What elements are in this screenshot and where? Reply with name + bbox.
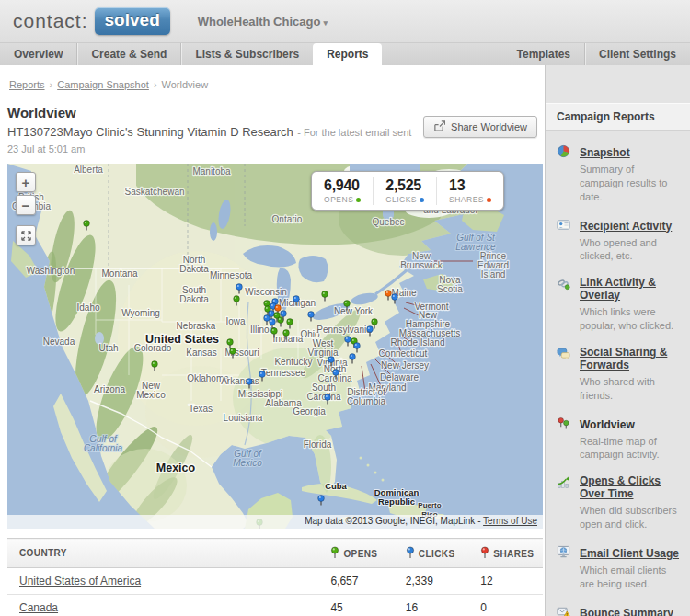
nav-tab-overview[interactable]: Overview [0, 43, 76, 65]
app-logo: contact: solved [13, 7, 170, 35]
map-label-arkansas: Arkansas [221, 376, 259, 386]
map-label-wisconsin: Wisconsin [245, 287, 287, 297]
page-subtitle: HT130723Mayo Clinic's Stunning Vitamin D… [7, 123, 423, 156]
map-label-new-jersey: New Jersey [381, 360, 429, 371]
sidebar-item-social-sharing-forwards[interactable]: Social Sharing & Forwards Who shared wit… [557, 346, 681, 403]
sidebar-item-description: Summary of campaign results to date. [580, 163, 681, 204]
monitor-globe-icon [557, 544, 571, 591]
map-controls: + − [16, 172, 36, 248]
breadcrumb-campaign-snapshot[interactable]: Campaign Snapshot [57, 79, 149, 90]
pin-icon [330, 546, 339, 560]
worldview-map[interactable]: AlbertaBritishColumbiaSaskatchewanManito… [7, 164, 543, 529]
map-zoom-out-button[interactable]: − [16, 195, 36, 215]
map-label-utah: Utah [98, 343, 118, 353]
sidebar-link-opens-clicks-over-time[interactable]: Opens & Clicks Over Time [580, 474, 681, 500]
sidebar-link-snapshot[interactable]: Snapshot [580, 146, 630, 159]
nav-item-templates[interactable]: Templates [503, 43, 584, 65]
map-label-louisiana: Louisiana [224, 413, 263, 423]
stat-opens: 6,940 OPENS [312, 177, 373, 205]
map-canvas[interactable]: AlbertaBritishColumbiaSaskatchewanManito… [7, 164, 543, 529]
app-window: contact: solved WholeHealth Chicago▾ Ove… [0, 0, 690, 616]
envelope-warning-icon [557, 604, 571, 616]
sidebar-link-email-client-usage[interactable]: Email Client Usage [580, 547, 679, 560]
shares-cell: 0 [473, 595, 543, 616]
stat-clicks: 2,525 CLICKS [373, 177, 436, 205]
map-label-texas: Texas [189, 404, 213, 414]
map-label-nova-scotia: NovaScotia [437, 275, 463, 294]
map-label-washington: Washington [27, 266, 75, 276]
map-label-district-of-columbia: District ofColumbia [347, 387, 386, 406]
map-label-nevada: Nevada [43, 337, 75, 347]
sidebar-items: Snapshot Summary of campaign results to … [546, 131, 690, 616]
stat-value: 2,525 [385, 177, 424, 194]
table-body: United States of America 6,657 2,339 12C… [7, 568, 543, 616]
stat-label: SHARES [449, 195, 491, 204]
country-link[interactable]: United States of America [19, 575, 141, 587]
sidebar-item-worldview: Worldview Real-time map of campaign acti… [557, 416, 681, 462]
sidebar-item-snapshot[interactable]: Snapshot Summary of campaign results to … [557, 143, 681, 204]
terms-of-use-link[interactable]: Terms of Use [483, 516, 537, 526]
map-zoom-in-button[interactable]: + [16, 172, 36, 192]
map-label-north-dakota: NorthDakota [179, 255, 209, 274]
map-label-mexico: Mexico [156, 462, 196, 474]
nav-tab-create-send[interactable]: Create & Send [76, 43, 180, 65]
opens-cell: 6,657 [323, 568, 397, 595]
sidebar-link-worldview: Worldview [580, 418, 635, 431]
sidebar-link-bounce-summary[interactable]: Bounce Summary [580, 607, 673, 616]
map-label-united-states: United States [145, 333, 219, 346]
sidebar-item-description: Which email clients are being used. [580, 564, 681, 591]
map-label-manitoba: Manitoba [192, 166, 231, 177]
sidebar-item-opens-clicks-over-time[interactable]: Opens & Clicks Over Time When did subscr… [557, 474, 681, 531]
table-row: Canada 45 16 0 [7, 595, 543, 616]
breadcrumb-separator: › [154, 79, 157, 90]
sidebar-item-bounce-summary[interactable]: Bounce Summary Who didn't receive this a… [557, 604, 681, 616]
map-label-kentucky: Kentucky [274, 357, 312, 367]
sidebar-link-link-activity-overlay[interactable]: Link Activity & Overlay [580, 276, 681, 302]
stat-label: CLICKS [385, 195, 424, 204]
breadcrumb-worldview: Worldview [162, 79, 209, 90]
app-header: contact: solved WholeHealth Chicago▾ [0, 0, 690, 43]
map-label-kansas: Kansas [186, 348, 216, 358]
map-label-rhode-island: Rhode Island [391, 337, 445, 348]
share-icon [433, 120, 445, 134]
country-stats-table: COUNTRYOPENSCLICKSSHARES United States o… [7, 538, 543, 616]
stat-label: OPENS [324, 195, 361, 204]
main-content: Reports›Campaign Snapshot›Worldview Worl… [0, 65, 545, 616]
logo-prefix: contact: [13, 10, 88, 32]
map-label-ontario: Ontario [272, 214, 303, 224]
nav-right: TemplatesClient Settings [503, 43, 690, 65]
country-cell: United States of America [7, 568, 323, 595]
breadcrumb-separator: › [50, 79, 53, 90]
stat-shares: 13 SHARES [436, 177, 503, 205]
sidebar-item-description: Which links were popular, who clicked. [580, 305, 681, 333]
column-header-country: COUNTRY [7, 539, 323, 568]
map-label-connecticut: Connecticut [379, 348, 428, 359]
sidebar-item-recipient-activity[interactable]: Recipient Activity Who opened and clicke… [557, 217, 681, 264]
opens-cell: 45 [323, 595, 397, 616]
nav-item-client-settings[interactable]: Client Settings [584, 43, 690, 65]
speech-bubbles-icon [557, 346, 571, 403]
table-header-row: COUNTRYOPENSCLICKSSHARES [7, 539, 543, 568]
sidebar-item-description: Who opened and clicked, etc. [580, 236, 681, 264]
sidebar-item-description: When did subscribers open and click. [580, 504, 681, 531]
map-fullscreen-button[interactable] [16, 225, 36, 245]
share-worldview-button[interactable]: Share Worldview [423, 116, 537, 138]
stat-value: 13 [449, 177, 491, 194]
nav-tab-lists-subscribers[interactable]: Lists & Subscribers [180, 43, 313, 65]
map-label-nebraska: Nebraska [177, 321, 216, 331]
nav-tab-reports[interactable]: Reports [313, 43, 382, 65]
sidebar-item-email-client-usage[interactable]: Email Client Usage Which email clients a… [557, 544, 681, 591]
map-pins-icon [557, 416, 571, 462]
country-link[interactable]: Canada [19, 601, 58, 614]
sidebar-link-social-sharing-forwards[interactable]: Social Sharing & Forwards [580, 346, 681, 371]
map-label-delaware: Delaware [380, 372, 420, 382]
map-label-montana: Montana [102, 268, 138, 279]
sidebar-link-recipient-activity[interactable]: Recipient Activity [580, 220, 672, 233]
reports-sidebar: Campaign Reports Snapshot Summary of cam… [545, 65, 690, 616]
breadcrumb-reports[interactable]: Reports [9, 79, 45, 90]
map-label-new-york: New York [334, 306, 374, 316]
column-header-shares: SHARES [473, 539, 543, 568]
account-switcher[interactable]: WholeHealth Chicago▾ [198, 15, 328, 29]
map-label-quebec: Quebec [372, 217, 404, 227]
sidebar-item-link-activity-overlay[interactable]: Link Activity & Overlay Which links were… [557, 276, 681, 333]
